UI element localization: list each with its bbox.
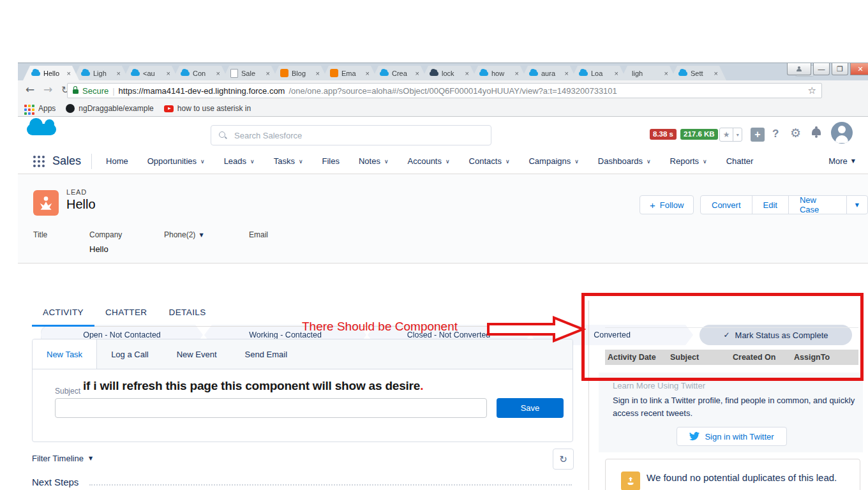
record-action-button[interactable]: New Case [788,195,847,214]
tab-close-icon[interactable]: × [515,70,519,77]
follow-button[interactable]: + Follow [640,195,694,214]
field-menu-icon[interactable]: ▼ [199,232,203,238]
nav-item[interactable]: Campaigns ∨ [528,156,578,166]
nav-item[interactable]: Chatter ∨ [726,156,754,166]
search-input[interactable] [233,130,483,141]
browser-tab[interactable]: lock × [421,66,477,80]
nav-item-label: Reports [670,156,700,166]
browser-tab[interactable]: how × [471,66,527,80]
bookmark-item[interactable]: Apps [24,104,56,113]
nav-item[interactable]: Opportunities ∨ [147,156,205,166]
star-icon[interactable]: ★ [720,128,733,141]
chevron-down-icon[interactable]: ∨ [250,158,255,165]
help-icon[interactable]: ? [772,128,779,140]
subject-input[interactable] [55,398,487,418]
browser-tab[interactable]: Sett × [670,66,726,80]
publisher-tab[interactable]: New Event [163,339,231,369]
nav-item[interactable]: Notes ∨ [359,156,389,166]
record-action-button[interactable]: Edit [752,195,789,214]
nav-item-more[interactable]: More ▼ [828,156,855,166]
back-icon[interactable]: ← [26,83,34,96]
save-button[interactable]: Save [497,398,564,418]
chevron-down-icon[interactable]: ∨ [574,158,579,165]
browser-tab[interactable]: Ema × [322,66,378,80]
user-avatar[interactable] [831,122,853,144]
bookmark-star-icon[interactable]: ☆ [808,85,816,96]
tab-favicon [529,71,538,76]
nav-item[interactable]: Contacts ∨ [469,156,510,166]
global-search[interactable] [211,125,491,145]
tab-close-icon[interactable]: × [266,70,270,77]
record-tab[interactable]: DETAILS [158,301,217,327]
publisher-tab[interactable]: Log a Call [97,339,163,369]
browser-tab[interactable]: Loa × [571,66,627,80]
publisher-tab[interactable]: Send Email [231,339,301,369]
browser-tab[interactable]: Hello × [23,66,79,80]
nav-item[interactable]: Leads ∨ [224,156,255,166]
publisher-tab[interactable]: New Task [33,339,97,369]
nav-item[interactable]: Accounts ∨ [408,156,450,166]
nav-item[interactable]: Tasks ∨ [274,156,303,166]
browser-tab[interactable]: Sale × [222,66,278,80]
record-tab[interactable]: ACTIVITY [32,301,94,327]
refresh-button[interactable]: ↻ [553,449,574,470]
tab-title: aura [541,70,562,77]
browser-tab[interactable]: Con × [172,66,228,80]
app-launcher-icon[interactable] [33,156,36,158]
tab-favicon [131,71,140,76]
chevron-down-icon[interactable]: ∨ [299,158,303,165]
tab-close-icon[interactable]: × [664,70,668,77]
chevron-down-icon[interactable]: ∨ [647,158,651,165]
favorites-button[interactable]: ★ ▾ [719,128,742,142]
global-actions-button[interactable]: + [751,128,765,142]
filter-timeline[interactable]: Filter Timeline ▼ [32,454,93,463]
browser-tab[interactable]: aura × [521,66,577,80]
more-actions-button[interactable]: ▼ [846,195,868,214]
tab-close-icon[interactable]: × [714,70,718,77]
tab-close-icon[interactable]: × [67,70,71,77]
chevron-down-icon[interactable]: ∨ [445,158,450,165]
app-name[interactable]: Sales [52,154,81,168]
profile-icon [797,66,802,71]
tab-close-icon[interactable]: × [415,70,419,77]
tab-close-icon[interactable]: × [565,70,569,77]
browser-profile-button[interactable] [787,63,811,75]
nav-item[interactable]: Dashboards ∨ [598,156,651,166]
address-bar[interactable]: Secure | https://mama4141-dev-ed.lightni… [67,83,822,98]
setup-gear-icon[interactable]: ⚙ [790,126,801,140]
chevron-down-icon[interactable]: ∨ [200,158,205,165]
sign-in-with-twitter-button[interactable]: Sign in with Twitter [677,427,787,446]
chevron-down-icon[interactable]: ∨ [384,158,389,165]
record-tab[interactable]: CHATTER [94,301,158,327]
favorites-caret-icon[interactable]: ▾ [733,128,742,141]
notifications-bell-icon[interactable] [812,128,821,135]
nav-item[interactable]: Files ∨ [322,156,339,166]
close-button[interactable]: ✕ [850,63,868,75]
browser-tab[interactable]: Ligh × [73,66,129,80]
browser-tab[interactable]: <au × [123,66,179,80]
bookmark-label: how to use asterisk in [177,104,251,113]
tab-close-icon[interactable]: × [216,70,220,77]
browser-tab[interactable]: ligh × [620,66,677,80]
nav-item[interactable]: Home ∨ [106,156,128,166]
chevron-down-icon[interactable]: ∨ [703,158,707,165]
tab-close-icon[interactable]: × [117,70,121,77]
bookmark-item[interactable]: how to use asterisk in [164,104,251,113]
tab-close-icon[interactable]: × [465,70,469,77]
tab-close-icon[interactable]: × [366,70,370,77]
tab-title: Blog [292,70,313,77]
bookmark-item[interactable]: ngDraggable/example [66,104,153,113]
tab-close-icon[interactable]: × [167,70,170,77]
chevron-down-icon[interactable]: ∨ [505,158,510,165]
record-action-button[interactable]: Convert [700,195,752,214]
nav-item[interactable]: Reports ∨ [670,156,707,166]
minimize-button[interactable]: — [813,63,830,75]
restore-button[interactable]: ❐ [832,63,848,75]
tab-close-icon[interactable]: × [615,70,618,77]
browser-tab[interactable]: Blog × [272,66,328,80]
forward-icon[interactable]: → [43,83,52,96]
nav-item-label: Accounts [408,156,442,166]
tab-close-icon[interactable]: × [316,70,320,77]
browser-tab[interactable]: Crea × [371,66,428,80]
secure-label[interactable]: Secure [82,86,108,96]
